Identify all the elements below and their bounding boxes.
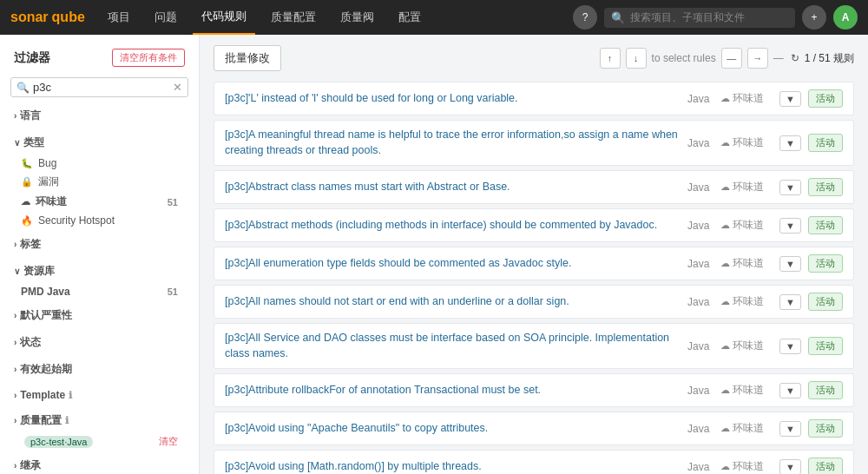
rule-text-3[interactable]: [p3c]Abstract methods (including methods… [225, 218, 681, 234]
active-badge-5[interactable]: 活动 [808, 293, 843, 311]
table-row: [p3c]All names should not start or end w… [214, 285, 854, 319]
table-row: [p3c]Avoid using [Math.random()] by mult… [214, 450, 854, 474]
default-severity-label: 默认严重性 [20, 308, 72, 323]
filter-button-4[interactable]: ▼ [779, 256, 801, 272]
rule-text-1[interactable]: [p3c]A meaningful thread name is helpful… [225, 128, 681, 158]
active-badge-2[interactable]: 活动 [808, 178, 843, 196]
chevron-down-icon: ∨ [14, 267, 20, 276]
filter-button-1[interactable]: ▼ [779, 135, 801, 151]
nav-item-quality-gates[interactable]: 质量阀 [332, 0, 383, 35]
quality-profile-info-icon: ℹ [65, 415, 69, 426]
refresh-icon[interactable]: ↻ [791, 52, 799, 64]
nav-item-quality-profiles[interactable]: 质量配置 [262, 0, 325, 35]
active-badge-7[interactable]: 活动 [808, 381, 843, 399]
active-badge-1[interactable]: 活动 [808, 134, 843, 152]
filter-button-2[interactable]: ▼ [779, 180, 801, 195]
status-section-header[interactable]: › 状态 [0, 331, 199, 354]
filter-button-6[interactable]: ▼ [779, 339, 801, 354]
rule-text-7[interactable]: [p3c]Attribute rollbackFor of annotation… [225, 383, 681, 398]
code-smell-text: 环味道 [36, 195, 67, 207]
rule-lang-1: Java [687, 137, 713, 149]
logo: sonarqube [10, 10, 85, 25]
search-clear-icon[interactable]: ✕ [173, 81, 182, 94]
filter-button-5[interactable]: ▼ [779, 294, 801, 310]
rule-lang-3: Java [687, 220, 713, 232]
type-vulnerability[interactable]: 🔒漏洞 [0, 172, 199, 192]
sort-down-button[interactable]: ↓ [626, 48, 647, 69]
effective-date-header[interactable]: › 有效起始期 [0, 358, 199, 381]
next-button[interactable]: → [747, 48, 768, 69]
global-search[interactable]: 🔍 [604, 8, 795, 28]
smell-icon: ☁ [720, 385, 730, 396]
type-bug[interactable]: 🐛Bug [0, 155, 199, 172]
rule-type-6: ☁ 环味道 [720, 339, 773, 353]
type-security-hotspot[interactable]: 🔥Security Hotspot [0, 212, 199, 229]
rule-text-4[interactable]: [p3c]All enumeration type fields should … [225, 256, 681, 272]
rule-text-9[interactable]: [p3c]Avoid using [Math.random()] by mult… [225, 459, 681, 474]
prev-button[interactable]: — [721, 48, 742, 69]
sort-up-button[interactable]: ↑ [600, 48, 621, 69]
avatar[interactable]: A [833, 5, 858, 30]
lock-icon: 🔒 [21, 176, 33, 187]
table-row: [p3c]Avoid using "Apache Beanutils" to c… [214, 411, 854, 445]
active-badge-6[interactable]: 活动 [808, 337, 843, 355]
rule-type-4: ☁ 环味道 [720, 256, 773, 271]
smell-icon: ☁ [720, 296, 730, 307]
rule-text-5[interactable]: [p3c]All names should not start or end w… [225, 294, 681, 310]
nav-item-settings[interactable]: 配置 [390, 0, 430, 35]
rule-search-input[interactable] [33, 81, 173, 94]
rule-text-0[interactable]: [p3c]'L' instead of 'l' should be used f… [225, 91, 681, 107]
template-section-header[interactable]: › Template ℹ [0, 385, 199, 405]
effective-date-label: 有效起始期 [20, 362, 72, 377]
rule-text-8[interactable]: [p3c]Avoid using "Apache Beanutils" to c… [225, 421, 681, 437]
smell-icon: ☁ [720, 137, 730, 148]
default-severity-section: › 默认严重性 [0, 304, 199, 327]
global-search-input[interactable] [630, 11, 769, 23]
clear-quality-profile-button[interactable]: 清空 [159, 435, 178, 448]
search-icon: 🔍 [611, 11, 625, 24]
type-section-header[interactable]: ∨ 类型 [0, 131, 199, 155]
status-label: 状态 [20, 335, 41, 350]
filter-button-7[interactable]: ▼ [779, 383, 801, 398]
add-button[interactable]: + [802, 5, 826, 30]
language-section-header[interactable]: › 语言 [0, 104, 199, 128]
quality-profile-tag[interactable]: p3c-test·Java [24, 436, 93, 448]
rule-text-2[interactable]: [p3c]Abstract class names must start wit… [225, 180, 681, 195]
rule-lang-5: Java [687, 296, 713, 308]
chevron-icon: › [14, 416, 16, 425]
type-code-smell[interactable]: ☁环味道 51 [0, 192, 199, 212]
clear-all-button[interactable]: 清空所有条件 [112, 49, 185, 67]
batch-edit-button[interactable]: 批量修改 [214, 45, 281, 71]
active-badge-9[interactable]: 活动 [808, 458, 843, 474]
type-section: ∨ 类型 🐛Bug 🔒漏洞 ☁环味道 51 🔥Security Hotspot [0, 131, 199, 229]
nav-item-issues[interactable]: 问题 [146, 0, 186, 35]
bug-icon: 🐛 [21, 158, 33, 168]
toolbar-controls: ↑ ↓ to select rules — → — ↻ 1 / 51 规则 [600, 48, 854, 69]
hotspot-text: Security Hotspot [38, 214, 115, 227]
active-badge-4[interactable]: 活动 [808, 254, 843, 273]
rule-text-6[interactable]: [p3c]All Service and DAO classes must be… [225, 331, 681, 361]
rule-type-label: 环味道 [733, 135, 764, 150]
active-badge-8[interactable]: 活动 [808, 419, 843, 438]
nav-item-projects[interactable]: 项目 [99, 0, 139, 35]
filter-button-9[interactable]: ▼ [779, 459, 801, 475]
tag-section-header[interactable]: › 标签 [0, 233, 199, 256]
filter-button-8[interactable]: ▼ [779, 421, 801, 437]
rule-type-label: 环味道 [733, 383, 764, 398]
resource-section-header[interactable]: ∨ 资源库 [0, 260, 199, 283]
sidebar-title: 过滤器 清空所有条件 [0, 45, 199, 74]
smell-icon: ☁ [720, 181, 730, 193]
quality-profile-header[interactable]: › 质量配置 ℹ [0, 409, 199, 432]
to-select-label: to select rules [652, 52, 716, 64]
nav-item-rules[interactable]: 代码规则 [193, 0, 255, 35]
help-button[interactable]: ? [573, 5, 597, 30]
rule-search-box[interactable]: 🔍 ✕ [10, 77, 188, 97]
resource-pmd-java[interactable]: PMD Java 51 [0, 283, 199, 300]
active-badge-3[interactable]: 活动 [808, 216, 843, 234]
filter-button-0[interactable]: ▼ [779, 91, 801, 107]
logo-accent: qube [52, 10, 85, 25]
active-badge-0[interactable]: 活动 [808, 89, 843, 108]
default-severity-header[interactable]: › 默认严重性 [0, 304, 199, 327]
inheritance-header[interactable]: › 继承 [0, 454, 199, 474]
filter-button-3[interactable]: ▼ [779, 218, 801, 234]
